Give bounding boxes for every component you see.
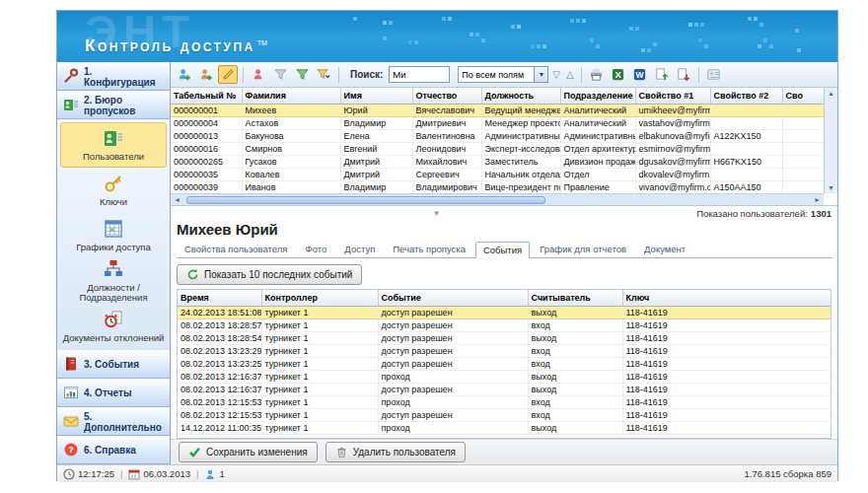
tab-фото[interactable]: Фото (298, 241, 335, 257)
column-header[interactable]: Должность (481, 88, 560, 104)
import-button[interactable] (652, 65, 672, 84)
scroll-up-icon[interactable]: ▲ (828, 88, 834, 99)
filter-clear-button[interactable] (270, 65, 290, 84)
column-header[interactable]: Контроллер (261, 290, 378, 306)
column-header[interactable]: Табельный № (171, 88, 242, 104)
users-icon (104, 128, 123, 150)
table-row[interactable]: 08.02.2013 13:23:25турникет 1доступ разр… (178, 357, 832, 370)
edit-user-button[interactable] (218, 65, 238, 84)
filter-apply-button[interactable] (292, 65, 312, 84)
table-row[interactable]: 08.02.2013 12:15:53турникет 1доступ разр… (178, 408, 832, 421)
add-user-button[interactable] (175, 65, 194, 84)
filter-menu-button[interactable] (314, 65, 333, 84)
sidebar-section-wrench[interactable]: 1. Конфигурация (57, 62, 170, 91)
copy-user-button[interactable] (196, 65, 216, 84)
users-vertical-scrollbar[interactable]: ▲▼ (824, 88, 837, 193)
column-header[interactable]: Фамилия (242, 88, 340, 104)
splitter-collapse-icon[interactable]: ▼ (177, 209, 696, 218)
column-header[interactable]: Сво (782, 88, 826, 104)
sidebar-section-extra[interactable]: 5. Дополнительно (57, 407, 170, 436)
users-table: Табельный №ФамилияИмяОтчествоДолжностьПо… (171, 88, 827, 194)
sidebar-section-help[interactable]: ?6. Справка (57, 436, 170, 464)
scroll-left-icon[interactable]: ◄ (171, 196, 183, 203)
table-row[interactable]: 000000013БакуноваЕленаВалентиновнаАдмини… (171, 129, 826, 142)
column-header[interactable]: Подразделение (560, 88, 635, 104)
column-header[interactable]: Событие (378, 290, 528, 306)
table-row[interactable]: 000000001МихеевЮрийВячеславовичВедущий м… (171, 104, 826, 116)
events-table: ВремяКонтроллерСобытиеСчитывательКлюч24.… (178, 290, 832, 435)
user-detail-panel: Михеев Юрий Свойства пользователяФотоДос… (171, 221, 837, 464)
toolbar-separator (243, 67, 244, 83)
users-horizontal-scrollbar[interactable]: ◄► (171, 193, 824, 205)
column-header[interactable]: Отчество (412, 88, 481, 104)
export-word-button[interactable]: W (630, 65, 650, 84)
table-row[interactable]: 000000016СмирновЕвгенийЛеонидовичЭксперт… (171, 142, 826, 155)
help-icon: ? (63, 442, 79, 459)
search-input[interactable] (389, 66, 450, 83)
show-last-events-button[interactable]: Показать 10 последних событий (177, 264, 362, 285)
column-header[interactable]: Время (178, 290, 261, 306)
export-button[interactable] (674, 65, 693, 84)
extra-icon (63, 413, 79, 431)
trademark-mark: ТМ (257, 39, 267, 46)
tab-доступ[interactable]: Доступ (336, 241, 383, 257)
tab-свойства-пользователя[interactable]: Свойства пользователя (177, 241, 296, 257)
table-row[interactable]: 14.12.2012 11:00:35турникет 1проходвыход… (178, 421, 832, 434)
sidebar-item-key[interactable]: Ключи (60, 168, 167, 213)
wrench-icon (63, 68, 79, 86)
sidebar-subpanel: ПользователиКлючиГрафики доступаДолжност… (57, 119, 170, 350)
column-header[interactable]: Ключ (622, 290, 832, 306)
table-row[interactable]: 08.02.2013 12:15:53турникет 1проходвход1… (178, 395, 832, 408)
calendar-icon (128, 468, 140, 480)
search-field-select[interactable]: По всем полям ▼ (458, 66, 548, 83)
sidebar-item-orgchart[interactable]: Должности / Подразделения (60, 258, 167, 304)
scrollbar-thumb[interactable] (186, 196, 545, 204)
events-table-area: ВремяКонтроллерСобытиеСчитывательКлюч24.… (177, 289, 832, 439)
column-header[interactable]: Свойство #2 (710, 88, 782, 104)
delete-user-button[interactable] (249, 65, 268, 84)
table-row[interactable]: 0000000265ГусаковДмитрийМихайловичЗамест… (171, 155, 826, 168)
shown-users-count: 1301 (811, 208, 832, 219)
move-down-button[interactable]: ▽ (550, 69, 562, 80)
table-row[interactable]: 08.02.2013 12:16:37турникет 1доступ разр… (178, 383, 832, 395)
table-row[interactable]: 08.02.2013 12:16:37турникет 1проходвыход… (178, 370, 832, 383)
tab-документ[interactable]: Документ (636, 241, 693, 257)
sidebar-item-deviation-docs[interactable]: Документы отклонений (60, 304, 167, 349)
table-row[interactable]: 24.02.2013 18:51:08турникет 1доступ разр… (178, 306, 832, 318)
toolbar: Поиск: По всем полям ▼ ▽ △ X W (171, 62, 837, 88)
column-header[interactable]: Имя (340, 88, 412, 104)
print-button[interactable] (587, 65, 607, 84)
tab-график-для-отчетов[interactable]: График для отчетов (532, 241, 634, 257)
table-row[interactable]: 08.02.2013 13:23:29турникет 1доступ разр… (178, 344, 832, 357)
status-date: 06.03.2013 (143, 468, 190, 479)
toolbar-separator (698, 67, 699, 83)
card-view-button[interactable] (704, 65, 724, 84)
sidebar-item-users[interactable]: Пользователи (60, 122, 167, 168)
sidebar-item-schedule[interactable]: Графики доступа (60, 213, 167, 258)
column-header[interactable]: Свойство #1 (635, 88, 710, 104)
delete-user-footer-button[interactable]: Удалить пользователя (326, 442, 466, 462)
sidebar-section-badge[interactable]: 2. Бюро пропусков (57, 91, 170, 119)
tab-события[interactable]: События (475, 242, 530, 258)
tab-печать-пропуска[interactable]: Печать пропуска (385, 241, 473, 257)
table-row[interactable]: 08.02.2013 18:28:54турникет 1доступ разр… (178, 331, 832, 344)
toolbar-separator (581, 67, 582, 83)
table-row[interactable]: 000000039ИвановВладимирВладимировичВице-… (171, 180, 826, 193)
sidebar-section-events[interactable]: 3. События (57, 350, 170, 379)
column-header[interactable]: Считыватель (528, 290, 622, 306)
table-row[interactable]: 000000035КовалевДмитрийСергеевичНачальни… (171, 168, 826, 180)
users-table-area: Табельный №ФамилияИмяОтчествоДолжностьПо… (171, 88, 837, 206)
app-header: ЭНТ Контроль доступаТМ (57, 11, 837, 62)
sidebar-section-reports[interactable]: 4. Отчеты (57, 379, 170, 407)
table-row[interactable]: 08.02.2013 18:28:57турникет 1доступ разр… (178, 318, 832, 331)
table-row[interactable]: 000000004АстаховВладимирДмитриевичМенедж… (171, 116, 826, 129)
footer-actions: Сохранить изменения Удалить пользователя (171, 439, 837, 464)
scroll-down-icon[interactable]: ▼ (828, 182, 834, 193)
user-count-icon (204, 468, 216, 480)
move-up-button[interactable]: △ (564, 69, 576, 80)
search-label: Поиск: (350, 69, 383, 80)
save-changes-button[interactable]: Сохранить изменения (179, 442, 318, 462)
export-excel-button[interactable]: X (609, 65, 628, 84)
scroll-right-icon[interactable]: ► (811, 196, 824, 203)
reports-icon (63, 385, 79, 402)
